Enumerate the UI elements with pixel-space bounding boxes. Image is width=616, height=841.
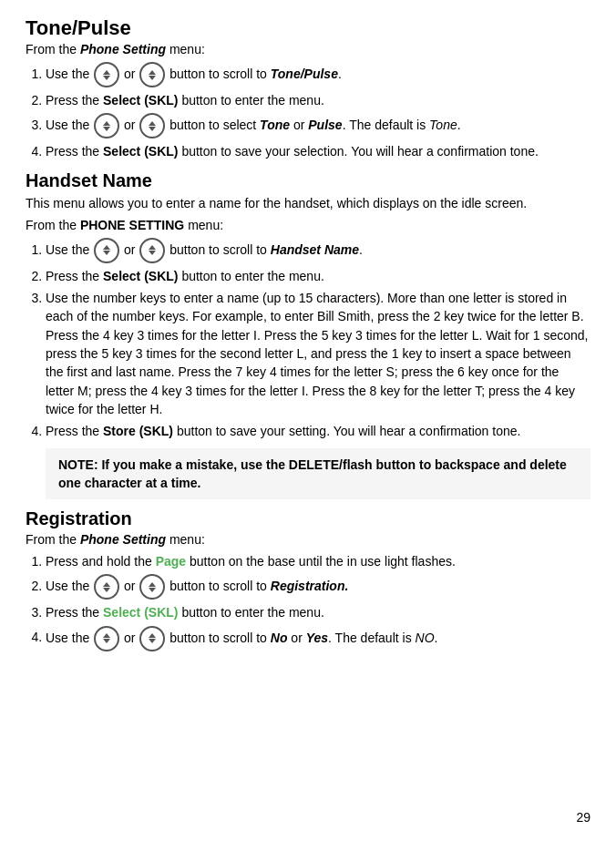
reg-step2-prefix: Use the	[46, 579, 93, 593]
cid-icon-1	[139, 62, 165, 87]
reg-step2-suffix: button to scroll to Registration.	[169, 579, 348, 593]
redia-icon-reg2	[94, 574, 119, 600]
from-prefix: From the	[26, 42, 80, 56]
cid-icon-reg4	[139, 626, 165, 651]
cid-icon-3	[139, 113, 165, 138]
step1-prefix: Use the	[46, 67, 93, 81]
tone-pulse-section: Tone/Pulse From the Phone Setting menu: …	[26, 16, 590, 161]
redia-icon-3	[94, 113, 119, 138]
reg-step-4: Use the or button to scroll to No or Yes…	[46, 626, 590, 651]
handset-name-section: Handset Name This menu allows you to ent…	[26, 170, 590, 500]
handset-step-4: Press the Store (SKL) button to save you…	[46, 422, 590, 440]
reg-step4-or: or	[124, 630, 139, 644]
reg-step-2: Use the or button to scroll to Registrat…	[46, 574, 590, 600]
handset-step-1: Use the or button to scroll to Handset N…	[46, 238, 590, 263]
redia-icon-reg4	[94, 626, 119, 651]
page-number: 29	[576, 810, 590, 825]
registration-steps: Press and hold the Page button on the ba…	[46, 552, 590, 651]
from-prefix-2: From the	[26, 218, 80, 232]
step3-prefix: Use the	[46, 118, 93, 132]
step3-or: or	[124, 118, 139, 132]
step1-suffix: button to scroll to Tone/Pulse.	[169, 67, 342, 81]
phone-setting-name-2: PHONE SETTING	[80, 218, 184, 232]
handset-name-from-menu: From the PHONE SETTING menu:	[26, 218, 590, 232]
cid-icon-reg2	[139, 574, 165, 600]
phone-setting-name: Phone Setting	[80, 42, 166, 56]
menu-suffix-3: menu:	[166, 532, 205, 547]
hs-step1-suffix: button to scroll to Handset Name.	[169, 242, 363, 257]
tone-pulse-step-1: Use the or button to scroll to Tone/Puls…	[46, 62, 590, 87]
reg-step2-or: or	[124, 579, 139, 593]
tone-pulse-title: Tone/Pulse	[26, 16, 590, 40]
handset-step-2: Press the Select (SKL) button to enter t…	[46, 267, 590, 285]
handset-name-steps: Use the or button to scroll to Handset N…	[46, 238, 590, 441]
from-prefix-3: From the	[26, 532, 80, 547]
tone-pulse-step-2: Press the Select (SKL) button to enter t…	[46, 91, 590, 109]
tone-pulse-step-4: Press the Select (SKL) button to save yo…	[46, 142, 590, 160]
redia-icon-1	[94, 62, 119, 87]
step1-or: or	[124, 67, 139, 81]
hs-step1-prefix: Use the	[46, 242, 93, 257]
reg-step-1: Press and hold the Page button on the ba…	[46, 552, 590, 570]
handset-name-title: Handset Name	[26, 170, 590, 191]
registration-from-menu: From the Phone Setting menu:	[26, 532, 590, 547]
hs-step1-or: or	[124, 242, 139, 257]
reg-step4-suffix: button to scroll to No or Yes. The defau…	[169, 630, 437, 644]
tone-pulse-steps: Use the or button to scroll to Tone/Puls…	[46, 62, 590, 161]
reg-step-3: Press the Select (SKL) button to enter t…	[46, 603, 590, 621]
tone-pulse-from-menu: From the Phone Setting menu:	[26, 42, 590, 56]
registration-title: Registration	[26, 508, 590, 529]
handset-note: NOTE: If you make a mistake, use the DEL…	[46, 448, 590, 500]
phone-setting-name-3: Phone Setting	[80, 532, 166, 547]
cid-icon-hs1	[139, 238, 165, 263]
reg-step4-prefix: Use the	[46, 630, 93, 644]
tone-pulse-step-3: Use the or button to select Tone or Puls…	[46, 113, 590, 138]
menu-suffix: menu:	[166, 42, 205, 56]
registration-section: Registration From the Phone Setting menu…	[26, 508, 590, 651]
handset-step-3: Use the number keys to enter a name (up …	[46, 289, 590, 418]
handset-name-body: This menu allows you to enter a name for…	[26, 194, 590, 212]
menu-suffix-2: menu:	[184, 218, 223, 232]
step3-suffix: button to select Tone or Pulse. The defa…	[169, 118, 460, 132]
redia-icon-hs1	[94, 238, 119, 263]
